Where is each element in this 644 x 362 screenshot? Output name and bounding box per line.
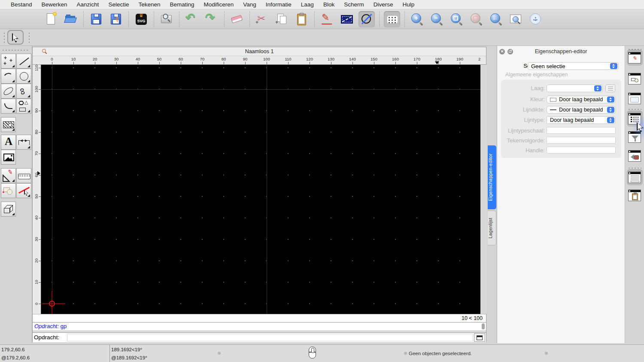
dimension-tool[interactable] bbox=[16, 135, 31, 150]
undock-icon[interactable] bbox=[507, 49, 513, 54]
dimension-rectangle-button[interactable] bbox=[339, 11, 355, 27]
new-file-button[interactable] bbox=[43, 11, 59, 27]
menu-item-modificeren[interactable]: Modificeren bbox=[199, 1, 239, 8]
origin-marker-icon bbox=[49, 301, 55, 307]
zoom-window-icon bbox=[509, 12, 523, 27]
polyline-tool[interactable] bbox=[1, 99, 16, 114]
menu-item-hulp[interactable]: Hulp bbox=[398, 1, 419, 8]
shapes-panel-toggle[interactable] bbox=[627, 71, 643, 87]
laag-label: Laag: bbox=[497, 85, 545, 91]
spline-tool[interactable]: ∞ bbox=[16, 84, 31, 99]
copy-button[interactable]: + bbox=[274, 11, 290, 27]
construction-tool[interactable]: ✎ bbox=[1, 168, 16, 183]
menu-item-vang[interactable]: Vang bbox=[238, 1, 261, 8]
text-tool[interactable]: A bbox=[1, 135, 16, 150]
drag-handle bbox=[3, 32, 5, 43]
erase-button[interactable] bbox=[229, 11, 245, 27]
command-history-panel-toggle[interactable] bbox=[627, 169, 643, 185]
svg-export-button[interactable]: ♛SVG bbox=[133, 11, 149, 27]
paste-button[interactable] bbox=[294, 11, 310, 27]
history-scrollbar[interactable] bbox=[482, 323, 485, 329]
lijndikte-dropdown[interactable]: Door laag bepaald bbox=[547, 106, 616, 114]
menu-item-bemating[interactable]: Bemating bbox=[165, 1, 199, 8]
line-tool[interactable] bbox=[16, 54, 31, 69]
menu-item-blok[interactable]: Blok bbox=[319, 1, 339, 8]
points-tool[interactable]: +++ bbox=[1, 54, 16, 69]
pan-button[interactable]: ↔↕ bbox=[528, 11, 544, 27]
laag-dropdown[interactable] bbox=[547, 84, 603, 92]
redo-button[interactable]: ↷ bbox=[204, 11, 220, 27]
tab-lagenlijst[interactable]: Lagenlijst bbox=[488, 211, 496, 245]
zoom-selection-button[interactable] bbox=[468, 11, 485, 27]
hatch-tool[interactable] bbox=[1, 117, 16, 132]
kleur-dropdown[interactable]: Door laag bepaald bbox=[547, 96, 616, 103]
command-history-entry: gp bbox=[61, 323, 67, 329]
projector-panel-toggle[interactable] bbox=[627, 148, 643, 164]
open-file-button[interactable] bbox=[63, 11, 79, 27]
menu-item-laag[interactable]: Laag bbox=[296, 1, 319, 8]
zoom-window-button[interactable] bbox=[508, 11, 524, 27]
command-history-line[interactable]: Opdracht: gp bbox=[33, 322, 486, 330]
hamburger-icon bbox=[608, 87, 613, 90]
lijntype-dropdown[interactable]: Door laag bepaald bbox=[547, 116, 616, 124]
image-tool[interactable] bbox=[1, 150, 16, 165]
menu-item-diverse[interactable]: Diverse bbox=[369, 1, 398, 8]
properties-panel-toggle[interactable]: ✎ bbox=[627, 50, 643, 66]
drawing-canvas[interactable] bbox=[41, 65, 480, 314]
dimension-rectangle-icon bbox=[340, 12, 354, 27]
drawing-title-bar[interactable]: Naamloos 1 bbox=[33, 47, 486, 56]
save-as-button[interactable]: ✎ bbox=[108, 11, 124, 27]
command-input[interactable] bbox=[67, 334, 473, 341]
h-ruler-label: 40 bbox=[136, 57, 140, 61]
circle-tool[interactable] bbox=[16, 69, 31, 84]
box-3d-tool[interactable] bbox=[1, 202, 16, 217]
ellipse-tool[interactable] bbox=[1, 84, 16, 99]
shapes-window-icon bbox=[628, 73, 641, 84]
h-ruler-label: 190 bbox=[456, 57, 463, 61]
trim-tool[interactable] bbox=[16, 183, 31, 198]
current-tool-button[interactable] bbox=[7, 30, 24, 45]
linewidth-swatch bbox=[550, 109, 556, 110]
v-ruler-tick bbox=[39, 304, 41, 304]
layer-menu-button[interactable] bbox=[605, 84, 615, 92]
print-preview-button[interactable] bbox=[158, 11, 175, 27]
clipboard-panel-toggle[interactable] bbox=[627, 187, 643, 203]
close-icon[interactable]: ✕ bbox=[499, 49, 505, 54]
panel-header: ✕ Eigenschappen-editor bbox=[497, 47, 625, 57]
grid-dots-button[interactable] bbox=[384, 11, 400, 27]
undo-button[interactable]: ↶ bbox=[184, 11, 200, 27]
draw-pencil-button[interactable]: ✎ bbox=[319, 11, 335, 27]
polygon-tool[interactable]: △ bbox=[16, 99, 31, 114]
zoom-indicator-bar: 10 < 100 bbox=[33, 314, 486, 322]
menu-item-informatie[interactable]: Informatie bbox=[261, 1, 296, 8]
menu-item-scherm[interactable]: Scherm bbox=[339, 1, 369, 8]
circle-slash-button[interactable] bbox=[358, 11, 375, 27]
undo-icon: ↶ bbox=[185, 12, 199, 27]
command-window-button[interactable] bbox=[474, 333, 485, 342]
cut-button[interactable]: ✂+ bbox=[254, 11, 270, 27]
h-ruler-label: 130 bbox=[328, 57, 334, 61]
command-input-row: Opdracht: bbox=[33, 332, 486, 342]
modify-shapes-tool[interactable] bbox=[1, 183, 16, 198]
zoom-previous-button[interactable]: ← bbox=[488, 11, 504, 27]
menu-item-bewerken[interactable]: Bewerken bbox=[37, 1, 72, 8]
tab-eigenschappen-editor[interactable]: Eigenschappen-editor bbox=[488, 145, 496, 209]
zoom-out-button[interactable]: − bbox=[429, 11, 445, 27]
menu-item-bestand[interactable]: Bestand bbox=[6, 1, 37, 8]
zoom-in-button[interactable]: + bbox=[409, 11, 425, 27]
save-button[interactable] bbox=[88, 11, 104, 27]
menu-item-tekenen[interactable]: Tekenen bbox=[134, 1, 165, 8]
menu-item-aanzicht[interactable]: Aanzicht bbox=[72, 1, 104, 8]
measure-tool[interactable] bbox=[16, 168, 31, 183]
lijntypeschaal-field[interactable] bbox=[547, 127, 616, 134]
status-divider bbox=[109, 345, 110, 362]
blank-panel-toggle[interactable] bbox=[627, 90, 643, 106]
arc-tool[interactable] bbox=[1, 69, 16, 84]
tekenvolgorde-field[interactable] bbox=[547, 137, 616, 144]
menu-item-selectie[interactable]: Selectie bbox=[103, 1, 134, 8]
grid-axis-x0 bbox=[52, 65, 52, 314]
h-ruler-tick bbox=[73, 62, 74, 64]
handle-field[interactable] bbox=[547, 147, 616, 154]
zoom-fit-button[interactable] bbox=[449, 11, 465, 27]
selection-dropdown[interactable]: Geen selectie bbox=[528, 62, 619, 70]
